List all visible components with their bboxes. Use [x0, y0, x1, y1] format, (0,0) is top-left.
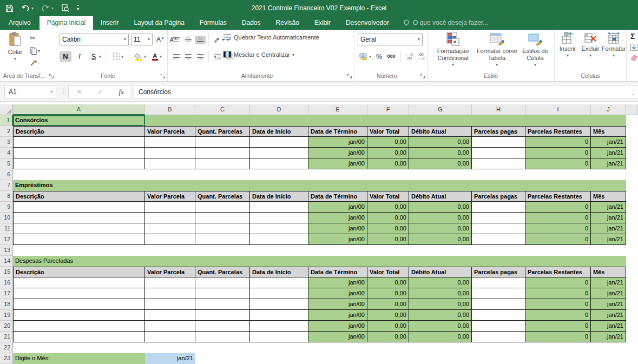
column-header-D[interactable]: D — [250, 104, 308, 115]
delete-cells-button[interactable]: Excluir ▾ — [580, 32, 601, 58]
row-header-14[interactable]: 14 — [0, 256, 13, 267]
cell-C9[interactable] — [195, 202, 250, 213]
cell-G8[interactable]: Débito Atual — [409, 191, 472, 202]
cell-I19[interactable]: 0 — [525, 310, 591, 321]
cell-F5[interactable]: 0,00 — [367, 158, 409, 169]
cell-A1[interactable]: Consórcios — [13, 115, 145, 126]
cell-J2[interactable]: Mês — [591, 126, 626, 137]
cell-H4[interactable] — [472, 148, 525, 158]
cell-H12[interactable] — [472, 234, 525, 245]
cut-button[interactable]: ✂ — [28, 33, 42, 43]
cell-D4[interactable] — [250, 148, 308, 158]
bold-button[interactable]: N — [60, 51, 71, 62]
cell-B2[interactable]: Valor Parcela — [145, 126, 195, 137]
column-header-I[interactable]: I — [525, 104, 591, 115]
cell-G4[interactable]: 0,00 — [409, 148, 472, 158]
cell-F17[interactable]: 0,00 — [367, 288, 409, 299]
cell-A14[interactable]: Despesas Parceladas — [13, 256, 145, 267]
clipboard-dialog-launcher[interactable] — [49, 74, 54, 79]
cell-C12[interactable] — [195, 234, 250, 245]
cell-F3[interactable]: 0,00 — [367, 137, 409, 148]
borders-button[interactable]: ▾ — [111, 51, 125, 61]
cell-J9[interactable]: jan/21 — [591, 202, 626, 213]
cell-H10[interactable] — [472, 213, 525, 223]
tab-revis-o[interactable]: Revisão — [268, 16, 307, 30]
decrease-decimal-button[interactable]: ,00 →,0 — [416, 51, 426, 61]
section-band-row-1[interactable] — [145, 115, 626, 126]
cell-D19[interactable] — [250, 310, 308, 321]
cell-E11[interactable]: jan/00 — [308, 223, 367, 234]
cell-J10[interactable]: jan/21 — [591, 213, 626, 223]
cell-H21[interactable] — [472, 332, 525, 342]
cell-E10[interactable]: jan/00 — [308, 213, 367, 223]
cell-B8[interactable]: Valor Parcela — [145, 191, 195, 202]
cell-C3[interactable] — [195, 137, 250, 148]
cell-E5[interactable]: jan/00 — [308, 158, 367, 169]
tab-dados[interactable]: Dados — [234, 16, 268, 30]
cell-C21[interactable] — [195, 332, 250, 342]
fill-button[interactable] — [630, 44, 637, 51]
cell-styles-caret[interactable]: ▾ — [534, 63, 536, 67]
cell-B4[interactable] — [145, 148, 195, 158]
cell-F11[interactable]: 0,00 — [367, 223, 409, 234]
cell-C5[interactable] — [195, 158, 250, 169]
cell-A7[interactable]: Empréstimos — [13, 180, 145, 191]
cell-B15[interactable]: Valor Parcela — [145, 267, 195, 277]
cell-I8[interactable]: Parcelas Restantes — [525, 191, 591, 202]
cell-B21[interactable] — [145, 332, 195, 342]
insert-cells-button[interactable]: Inserir ▾ — [557, 32, 578, 58]
cell-E3[interactable]: jan/00 — [308, 137, 367, 148]
align-center-button[interactable] — [183, 52, 194, 61]
format-as-table-button[interactable]: Formatar como Tabela ▾ — [476, 32, 517, 67]
cell-G2[interactable]: Débito Atual — [409, 126, 472, 137]
cell-G12[interactable]: 0,00 — [409, 234, 472, 245]
row-header-8[interactable]: 8 — [0, 191, 13, 202]
format-painter-button[interactable] — [28, 58, 42, 68]
cell-F19[interactable]: 0,00 — [367, 310, 409, 321]
cell-G18[interactable]: 0,00 — [409, 299, 472, 310]
section-band-row-7[interactable] — [145, 180, 626, 191]
row-header-16[interactable]: 16 — [0, 277, 13, 288]
cell-A16[interactable] — [13, 277, 145, 288]
cell-F18[interactable]: 0,00 — [367, 299, 409, 310]
row-header-2[interactable]: 2 — [0, 126, 13, 137]
row-header-4[interactable]: 4 — [0, 148, 13, 158]
cell-G20[interactable]: 0,00 — [409, 321, 472, 332]
conditional-formatting-caret[interactable]: ▾ — [452, 63, 454, 67]
accounting-caret[interactable]: ▾ — [369, 55, 371, 59]
cell-H15[interactable]: Parcelas pagas — [472, 267, 525, 277]
column-header-G[interactable]: G — [409, 104, 472, 115]
fill-color-button[interactable]: ▾ — [133, 51, 148, 62]
cell-B17[interactable] — [145, 288, 195, 299]
cell-H18[interactable] — [472, 299, 525, 310]
cell-B20[interactable] — [145, 321, 195, 332]
cell-A9[interactable] — [13, 202, 145, 213]
cell-A8[interactable]: Descrição — [13, 191, 145, 202]
row-header-17[interactable]: 17 — [0, 288, 13, 299]
cell-G5[interactable]: 0,00 — [409, 158, 472, 169]
cell-H8[interactable]: Parcelas pagas — [472, 191, 525, 202]
tell-me-box[interactable]: O que você deseja fazer... — [397, 16, 495, 30]
paste-button[interactable]: Colar ▾ — [4, 32, 26, 61]
font-color-button[interactable]: A ▾ — [150, 51, 163, 62]
cell-B3[interactable] — [145, 137, 195, 148]
font-family-select[interactable]: Calibri▾ — [60, 34, 129, 45]
expand-formula-bar-icon[interactable]: ⌄ — [630, 91, 635, 96]
cell-B11[interactable] — [145, 223, 195, 234]
cell-F12[interactable]: 0,00 — [367, 234, 409, 245]
cell-H5[interactable] — [472, 158, 525, 169]
cell-J19[interactable]: jan/21 — [591, 310, 626, 321]
cell-D12[interactable] — [250, 234, 308, 245]
cell-D21[interactable] — [250, 332, 308, 342]
font-dialog-launcher[interactable] — [160, 74, 166, 79]
cell-I15[interactable]: Parcelas Restantes — [525, 267, 591, 277]
cell-A12[interactable] — [13, 234, 145, 245]
cell-J12[interactable]: jan/21 — [591, 234, 626, 245]
align-top-button[interactable] — [171, 36, 182, 44]
clear-button[interactable] — [630, 54, 638, 61]
row-header-12[interactable]: 12 — [0, 234, 13, 245]
cell-J5[interactable]: jan/21 — [591, 158, 626, 169]
cell-I9[interactable]: 0 — [525, 202, 591, 213]
autosum-button[interactable]: Σ — [630, 32, 635, 41]
align-middle-button[interactable] — [183, 36, 194, 44]
